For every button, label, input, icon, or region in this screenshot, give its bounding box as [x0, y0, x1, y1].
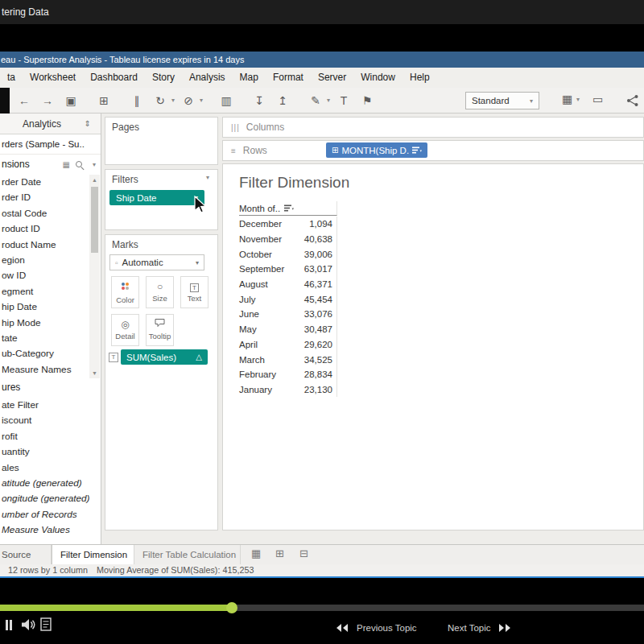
clear-icon[interactable]: ⊘ [180, 94, 196, 107]
datasource-item[interactable]: rders (Sample - Su.. [0, 134, 101, 155]
table-row[interactable]: March 34,525 [239, 352, 336, 367]
swap-panes-icon[interactable]: ⇕ [85, 114, 91, 134]
fix-axes-icon[interactable]: ⚑ [359, 94, 375, 107]
menu-item[interactable]: ta [0, 68, 23, 88]
chevron-down-icon[interactable]: ▾ [576, 96, 580, 103]
measure-field[interactable]: iscount [0, 413, 101, 428]
duplicate-icon[interactable]: ▥ [218, 94, 234, 107]
refresh-icon[interactable]: ↻ [152, 94, 168, 107]
next-topic-button[interactable]: Next Topic [448, 611, 512, 644]
pages-shelf[interactable]: Pages [105, 117, 218, 165]
filter-pill-ship-date[interactable]: Ship Date ▾ [109, 190, 204, 205]
menu-item[interactable]: Server [311, 68, 353, 88]
detail-button[interactable]: ◎ Detail [111, 314, 139, 346]
pause-icon[interactable] [10, 620, 12, 630]
marks-pill-sum-sales[interactable]: SUM(Sales) △ [121, 349, 208, 365]
show-me-icon[interactable]: ▦ [562, 93, 572, 105]
share-icon[interactable] [626, 94, 639, 107]
scrollbar-thumb[interactable] [91, 187, 98, 253]
highlight-icon[interactable]: ✎ [308, 94, 324, 107]
add-data-icon[interactable]: ⊞ [96, 94, 112, 107]
pause-icon[interactable] [6, 620, 8, 630]
generated-measure-field[interactable]: umber of Records [0, 507, 101, 522]
table-row[interactable]: February 28,834 [239, 367, 336, 382]
chevron-down-icon[interactable]: ▾ [171, 97, 175, 104]
table-row[interactable]: November 40,638 [239, 232, 336, 247]
mark-type-dropdown[interactable]: ▫ Automatic ▾ [109, 254, 204, 270]
menu-item[interactable]: Dashboard [83, 68, 145, 88]
dimension-field[interactable]: ostal Code [0, 206, 89, 221]
new-dashboard-icon[interactable]: ⊞ [275, 547, 284, 559]
tab-filter-dimension[interactable]: Filter Dimension [52, 545, 134, 565]
tab-data-source[interactable]: Source [0, 545, 52, 565]
scrollbar[interactable]: ▲ ▼ [89, 175, 100, 378]
table-row[interactable]: April 29,620 [239, 337, 336, 353]
table-header[interactable]: Month of.. [239, 201, 337, 216]
tab-analytics[interactable]: Analytics ⇕ [0, 114, 101, 134]
tab-filter-table-calculation[interactable]: Filter Table Calculation [134, 545, 241, 565]
video-progress-handle[interactable] [226, 602, 237, 613]
dimension-field[interactable]: ow ID [0, 268, 89, 283]
view-data-grid-icon[interactable]: ▦ [63, 160, 70, 169]
sort-descending-icon[interactable]: ↧ [251, 94, 267, 107]
table-row[interactable]: October 39,006 [239, 246, 336, 262]
measure-field[interactable]: uantity [0, 444, 101, 460]
new-worksheet-icon[interactable]: ▦ [251, 547, 261, 559]
show-mark-labels-icon[interactable]: T [336, 94, 352, 107]
video-progress-bar[interactable] [0, 605, 644, 611]
generated-measure-field[interactable]: atitude (generated) [0, 476, 101, 491]
scroll-up-icon[interactable]: ▲ [89, 175, 100, 185]
menu-item[interactable]: Window [353, 68, 402, 88]
dimension-field[interactable]: egion [0, 253, 89, 268]
columns-shelf[interactable]: ||| Columns [222, 117, 644, 138]
dimension-field[interactable]: Measure Names [0, 362, 89, 378]
measure-field[interactable]: ate Filter [0, 398, 101, 413]
chevron-down-icon[interactable]: ▾ [327, 97, 330, 104]
dimension-field[interactable]: egment [0, 284, 89, 299]
measure-field[interactable]: rofit [0, 429, 101, 444]
rows-shelf[interactable]: ≡ Rows [222, 140, 644, 161]
table-row[interactable]: September 63,017 [239, 262, 336, 277]
menu-item[interactable]: Story [145, 68, 182, 88]
chevron-down-icon[interactable]: ▾ [93, 161, 96, 168]
dimension-field[interactable]: roduct ID [0, 221, 89, 237]
save-icon[interactable]: ▣ [63, 94, 79, 107]
menu-item[interactable]: Format [266, 68, 311, 88]
tooltip-button[interactable]: Tooltip [146, 314, 174, 346]
menu-item[interactable]: Map [233, 68, 266, 88]
sort-icon[interactable] [284, 204, 294, 213]
generated-measure-field[interactable]: Measure Values [0, 522, 101, 538]
dimension-field[interactable]: rder Date [0, 175, 89, 190]
dimension-field[interactable]: hip Mode [0, 316, 89, 331]
table-row[interactable]: July 45,454 [239, 291, 336, 307]
table-row[interactable]: June 33,076 [239, 307, 336, 322]
size-button[interactable]: ○ Size [146, 276, 174, 308]
menu-item[interactable]: Help [402, 68, 437, 88]
dimension-field[interactable]: rder ID [0, 190, 89, 205]
text-button[interactable]: T Text [180, 276, 208, 308]
pause-updates-icon[interactable]: ∥ [129, 94, 145, 107]
expand-date-icon[interactable]: ⊞ [332, 146, 338, 155]
table-row[interactable]: January 23,130 [239, 382, 336, 398]
dimension-field[interactable]: tate [0, 331, 89, 346]
presentation-mode-icon[interactable]: ▭ [592, 93, 603, 105]
table-row[interactable]: August 46,371 [239, 277, 336, 292]
chevron-down-icon[interactable]: ▾ [206, 174, 209, 181]
chevron-down-icon[interactable]: ▾ [200, 97, 203, 104]
dimension-field[interactable]: roduct Name [0, 237, 89, 253]
generated-measure-field[interactable]: ongitude (generated) [0, 491, 101, 506]
volume-icon[interactable] [21, 618, 35, 631]
new-story-icon[interactable]: ⊟ [299, 547, 308, 559]
menu-item[interactable]: Analysis [182, 68, 233, 88]
table-row[interactable]: December 1,094 [239, 217, 336, 232]
previous-topic-button[interactable]: Previous Topic [335, 611, 417, 644]
dimension-field[interactable]: ub-Category [0, 346, 89, 361]
menu-item[interactable]: Worksheet [23, 68, 83, 88]
sort-ascending-icon[interactable]: ↥ [275, 94, 291, 107]
fit-selector[interactable]: Standard ▾ [465, 92, 539, 109]
dimension-field[interactable]: hip Date [0, 299, 89, 315]
transcript-icon[interactable] [40, 617, 52, 631]
color-button[interactable]: Color [111, 276, 139, 308]
measure-field[interactable]: ales [0, 460, 101, 476]
back-icon[interactable]: ← [16, 94, 32, 107]
